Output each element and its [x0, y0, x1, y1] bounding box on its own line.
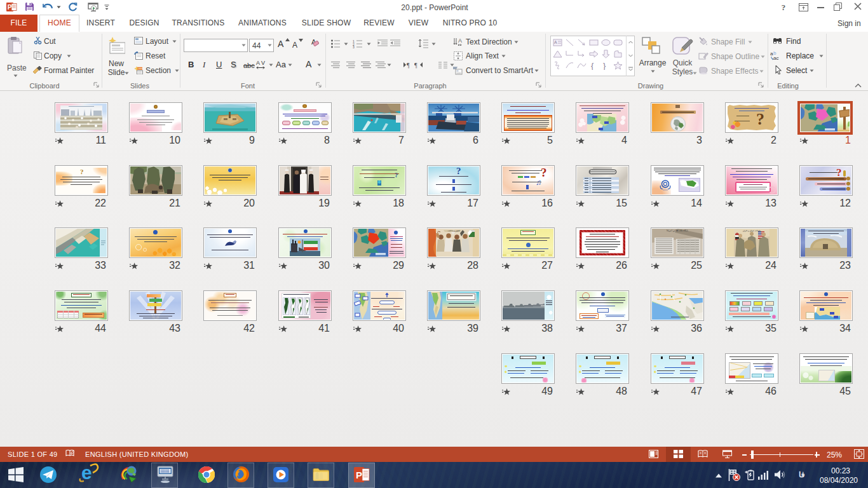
svg-text:A: A: [554, 40, 557, 44]
svg-text:تحولات عراق و بحران: تحولات عراق و بحران: [743, 229, 761, 232]
svg-text:ac: ac: [773, 55, 778, 60]
svg-text:پایگاه های نظامی امریکا: پایگاه های نظامی امریکا: [667, 229, 688, 232]
svg-text:P: P: [8, 4, 12, 11]
svg-text:¶: ¶: [407, 62, 410, 69]
svg-text:¶: ¶: [414, 62, 417, 69]
svg-text:A: A: [256, 60, 260, 66]
svg-text:3: 3: [353, 45, 355, 48]
svg-text:?: ?: [782, 3, 786, 11]
svg-text:{: {: [591, 61, 594, 70]
svg-text:A: A: [458, 37, 462, 44]
svg-text:}: }: [603, 61, 606, 70]
svg-text:P: P: [356, 470, 362, 480]
svg-text:V: V: [261, 60, 265, 66]
